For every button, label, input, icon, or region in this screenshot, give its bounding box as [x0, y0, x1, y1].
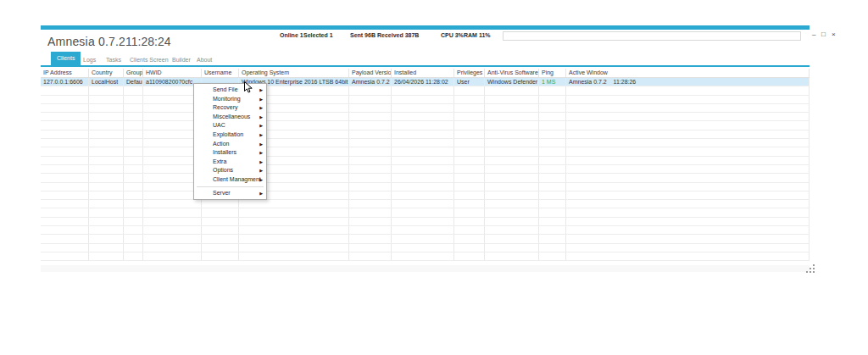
cell-empty	[124, 200, 143, 208]
column-header-payload-version[interactable]: Payload Version	[349, 69, 392, 77]
cell-empty	[202, 226, 239, 234]
cell-empty	[349, 165, 392, 173]
table-row-empty	[41, 218, 810, 226]
column-header-active-window[interactable]: Active Window	[566, 69, 810, 77]
table-row-empty	[41, 86, 810, 95]
cell-empty	[539, 113, 566, 120]
column-header-username[interactable]: Username	[202, 69, 239, 77]
cell-empty	[485, 226, 539, 234]
submenu-arrow-icon: ▶	[259, 140, 263, 149]
cell-empty	[539, 183, 566, 191]
cell-empty	[124, 218, 143, 225]
cell-empty	[89, 208, 124, 216]
menu-item-client-managment[interactable]: Client Managment▶	[194, 175, 266, 185]
cell-empty	[41, 252, 89, 260]
tab-tasks[interactable]: Tasks	[106, 54, 121, 65]
cell-empty	[566, 113, 810, 120]
cell-empty	[454, 113, 485, 120]
table-row-empty	[41, 165, 810, 174]
cell-empty	[239, 235, 349, 242]
cell-empty	[41, 244, 89, 252]
tab-strip: ClientsLogsTasksClients ScreenBuilderAbo…	[41, 52, 810, 65]
cell-empty	[239, 252, 349, 260]
menu-item-action[interactable]: Action▶	[194, 140, 266, 149]
cell-empty	[454, 157, 485, 164]
column-header-hwid[interactable]: HWID	[143, 69, 202, 77]
column-header-country[interactable]: Country	[89, 69, 124, 77]
cell-empty	[566, 157, 810, 164]
menu-item-installers[interactable]: Installers▶	[194, 148, 266, 158]
cell-empty	[539, 147, 566, 155]
tab-clients[interactable]: Clients	[51, 52, 81, 65]
cell-empty	[392, 226, 454, 234]
tab-clients-screen[interactable]: Clients Screen	[130, 54, 169, 65]
cell-active-window: Amnesia 0.7.2 11:28:26	[566, 78, 810, 86]
cell-empty	[566, 200, 810, 208]
table-row-empty	[41, 139, 810, 147]
cell-empty	[124, 174, 143, 181]
menu-item-send-file[interactable]: Send File▶	[194, 86, 266, 95]
cell-empty	[124, 96, 143, 103]
resize-grip[interactable]	[806, 264, 815, 274]
menu-item-server[interactable]: Server▶	[194, 189, 266, 198]
menu-item-recovery[interactable]: Recovery▶	[194, 103, 266, 113]
cell-empty	[349, 139, 392, 147]
cell-empty	[124, 208, 143, 216]
cell-empty	[202, 200, 239, 208]
close-button[interactable]: ×	[832, 30, 836, 40]
column-header-installed[interactable]: Installed	[392, 69, 454, 77]
maximize-button[interactable]: □	[821, 30, 826, 40]
cell-empty	[41, 218, 89, 225]
menu-item-options[interactable]: Options▶	[194, 166, 266, 175]
table-row[interactable]: 127.0.0.1:6606LocalHostDefaulta110908200…	[41, 78, 810, 86]
cell-empty	[539, 218, 566, 225]
cell-empty	[89, 252, 124, 260]
column-header-privileges[interactable]: Privileges	[454, 69, 485, 77]
menu-item-uac[interactable]: UAC▶	[194, 121, 266, 130]
cell-empty	[485, 252, 539, 260]
cell-empty	[485, 121, 539, 129]
cell-empty	[349, 200, 392, 208]
cell-empty	[392, 191, 454, 199]
cell-empty	[239, 226, 349, 234]
cell-installed: 26/04/2026 11:28:02	[392, 78, 454, 86]
cell-empty	[392, 121, 454, 129]
cell-empty	[202, 252, 239, 260]
cell-empty	[124, 157, 143, 164]
menu-item-label: Extra	[213, 158, 226, 164]
menu-item-monitoring[interactable]: Monitoring▶	[194, 95, 266, 104]
cell-empty	[539, 86, 566, 94]
cell-empty	[392, 235, 454, 242]
horizontal-scrollbar[interactable]	[41, 265, 810, 272]
cell-empty	[89, 86, 124, 94]
column-header-ping[interactable]: Ping	[539, 69, 566, 77]
menu-item-extra[interactable]: Extra▶	[194, 158, 266, 167]
mouse-cursor	[244, 81, 253, 94]
menu-item-miscellaneous[interactable]: Miscellaneous▶	[194, 113, 266, 122]
tab-about[interactable]: About	[197, 54, 212, 65]
tab-builder[interactable]: Builder	[172, 54, 191, 65]
menu-item-exploitation[interactable]: Exploitation▶	[194, 130, 266, 140]
cell-empty	[124, 104, 143, 112]
cell-empty	[566, 174, 810, 181]
cell-empty	[539, 208, 566, 216]
column-header-group[interactable]: Group	[124, 69, 143, 77]
tab-underline	[41, 65, 810, 67]
cell-empty	[349, 174, 392, 181]
stat-item: Received 387B	[377, 32, 419, 38]
cell-empty	[392, 96, 454, 103]
minimize-button[interactable]: –	[812, 30, 815, 40]
cell-empty	[124, 244, 143, 252]
cell-empty	[566, 147, 810, 155]
column-header-operating-system[interactable]: Operating System	[239, 69, 349, 77]
submenu-arrow-icon: ▶	[259, 103, 263, 113]
submenu-arrow-icon: ▶	[259, 86, 263, 95]
tab-logs[interactable]: Logs	[83, 54, 96, 65]
table-row-empty	[41, 235, 810, 243]
cell-empty	[485, 208, 539, 216]
menu-item-label: Monitoring	[213, 96, 241, 102]
column-header-ip-address[interactable]: IP Address	[41, 69, 89, 77]
resource-bar	[503, 31, 801, 41]
column-header-anti-virus-software[interactable]: Anti-Virus Software	[485, 69, 539, 77]
submenu-arrow-icon: ▶	[259, 130, 263, 140]
